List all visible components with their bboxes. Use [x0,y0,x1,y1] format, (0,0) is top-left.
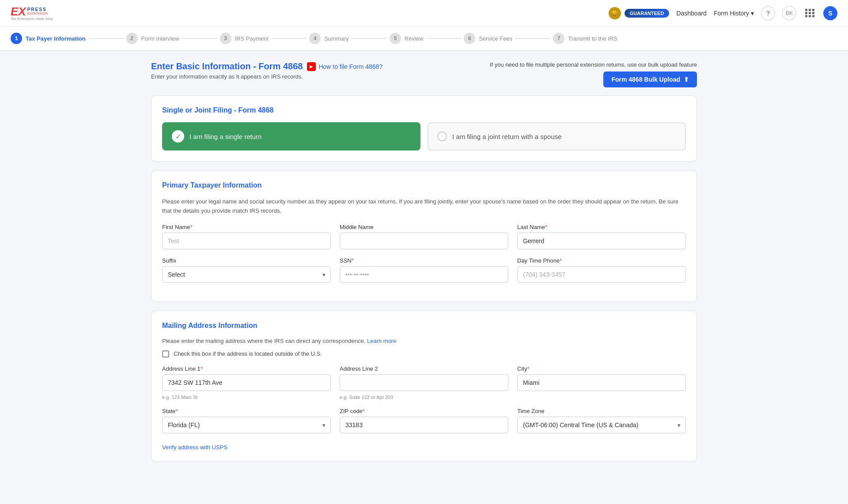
step-6-circle: 6 [464,33,475,44]
first-name-group: First Name* [162,224,331,249]
state-select-wrapper: Florida (FL) Alabama (AL) Alaska (AK) Ar… [162,417,331,433]
step-7-circle: 7 [553,33,564,44]
bulk-upload-button[interactable]: Form 4868 Bulk Upload ⬆ [603,71,697,87]
timezone-select[interactable]: (GMT-06:00) Central Time (US & Canada) (… [517,417,686,433]
suffix-group: Suffix Select Jr. Sr. II III [162,257,331,283]
last-name-input[interactable] [517,233,686,249]
check-icon: ✓ [172,130,184,143]
grid-dot [809,9,811,11]
header-right: 🏆 GUARANTEED Dashboard Form History ▾ ? … [609,6,837,20]
city-input[interactable] [517,374,686,391]
logo-extension: EXTENSION [27,12,48,16]
suffix-select[interactable]: Select Jr. Sr. II III [162,266,331,283]
middle-name-input[interactable] [340,233,508,249]
address2-label: Address Line 2 [340,365,508,372]
step-5[interactable]: 5 Review [390,33,424,44]
address2-hint: e.g. Suite 122 or Apt 203 [340,395,508,400]
learn-more-link[interactable]: Learn more [367,338,396,344]
zip-label: ZIP code* [340,408,508,414]
step-5-label: Review [405,35,424,42]
step-line-1 [88,38,124,39]
address-row-2: State* Florida (FL) Alabama (AL) Alaska … [162,408,686,433]
address1-input[interactable] [162,374,331,391]
step-5-circle: 5 [390,33,401,44]
suffix-label: Suffix [162,257,331,264]
usps-verify-link[interactable]: Verify address with USPS [162,444,227,451]
user-icon[interactable]: BK [782,6,796,20]
middle-name-label: Middle Name [340,224,508,230]
required-marker: * [190,224,193,230]
guaranteed-badge-container: 🏆 GUARANTEED [609,7,670,19]
step-line-6 [515,38,550,39]
step-2[interactable]: 2 Form Interview [126,33,179,44]
user-initials: BK [786,10,793,16]
zip-group: ZIP code* [340,408,508,433]
timezone-label: Time Zone [517,408,686,414]
help-icon[interactable]: ? [761,6,775,20]
state-select[interactable]: Florida (FL) Alabama (AL) Alaska (AK) Ar… [162,417,331,433]
city-label: City* [517,365,686,372]
avatar[interactable]: S [823,6,837,20]
city-group: City* [517,365,686,400]
step-7-label: Transmit to the IRS [568,35,617,42]
grid-dot [812,12,814,14]
bulk-info-text: If you need to file multiple personal ex… [490,61,697,68]
address2-input[interactable] [340,374,508,391]
step-3-label: IRS Payment [235,35,269,42]
radio-icon [437,132,447,141]
outside-us-checkbox[interactable]: Check this box if the address is located… [162,350,686,357]
grid-icon[interactable] [803,7,816,19]
filing-options: ✓ I am filing a single return I am filin… [162,122,686,150]
step-6[interactable]: 6 Service Fees [464,33,512,44]
progress-steps: 1 Tax Payer Information 2 Form Interview… [0,26,848,51]
phone-group: Day Time Phone* [517,257,686,283]
grid-dot [809,15,811,17]
phone-input[interactable] [517,266,686,283]
mailing-description: Please enter the mailing address where t… [162,338,686,344]
state-label: State* [162,408,331,414]
name-row: First Name* Middle Name Last Name* [162,224,686,249]
logo-ex: EX [11,6,26,17]
ssn-row: Suffix Select Jr. Sr. II III SSN* [162,257,686,283]
single-filing-option[interactable]: ✓ I am filing a single return [162,122,420,150]
logo: EX PRESS EXTENSION Tax Extensions made e… [11,6,53,21]
address1-hint: e.g. 123 Main St [162,395,331,400]
zip-input[interactable] [340,417,508,433]
header-left: EX PRESS EXTENSION Tax Extensions made e… [11,6,53,21]
grid-dot [805,9,807,11]
taxpayer-title: Primary Taxpayer Information [162,181,686,189]
youtube-icon: ▶ [307,62,316,71]
grid-dot [812,9,814,11]
logo-tagline: Tax Extensions made easy [11,17,53,21]
step-1[interactable]: 1 Tax Payer Information [11,33,86,44]
grid-dot [805,12,807,14]
main-content: Enter Basic Information - Form 4868 ▶ Ho… [137,51,711,481]
filing-card: Single or Joint Filing - Form 4868 ✓ I a… [151,95,697,162]
step-4[interactable]: 4 Summary [309,33,349,44]
logo-press-stack: PRESS EXTENSION [27,7,48,16]
joint-filing-option[interactable]: I am filing a joint return with a spouse [428,122,686,150]
state-group: State* Florida (FL) Alabama (AL) Alaska … [162,408,331,433]
step-3[interactable]: 3 IRS Payment [220,33,269,44]
single-filing-label: I am filing a single return [189,133,261,140]
first-name-input[interactable] [162,233,331,249]
step-1-label: Tax Payer Information [26,35,86,42]
address-row-1: Address Line 1* e.g. 123 Main St Address… [162,365,686,400]
first-name-label: First Name* [162,224,331,230]
step-1-circle: 1 [11,33,22,44]
ssn-input[interactable] [340,266,508,283]
timezone-select-wrapper: (GMT-06:00) Central Time (US & Canada) (… [517,417,686,433]
dashboard-link[interactable]: Dashboard [676,10,707,17]
step-3-circle: 3 [220,33,231,44]
step-7[interactable]: 7 Transmit to the IRS [553,33,617,44]
grid-dot [805,15,807,17]
mailing-title: Mailing Address Information [162,322,686,330]
checkbox-icon [162,350,169,357]
grid-row [805,9,814,11]
address2-group: Address Line 2 e.g. Suite 122 or Apt 203 [340,365,508,400]
outside-us-label: Check this box if the address is located… [174,350,322,357]
taxpayer-description: Please enter your legal name and social … [162,197,686,216]
step-6-label: Service Fees [479,35,512,42]
how-to-link[interactable]: ▶ How to file Form 4868? [307,62,382,71]
form-history-link[interactable]: Form History ▾ [714,10,754,17]
